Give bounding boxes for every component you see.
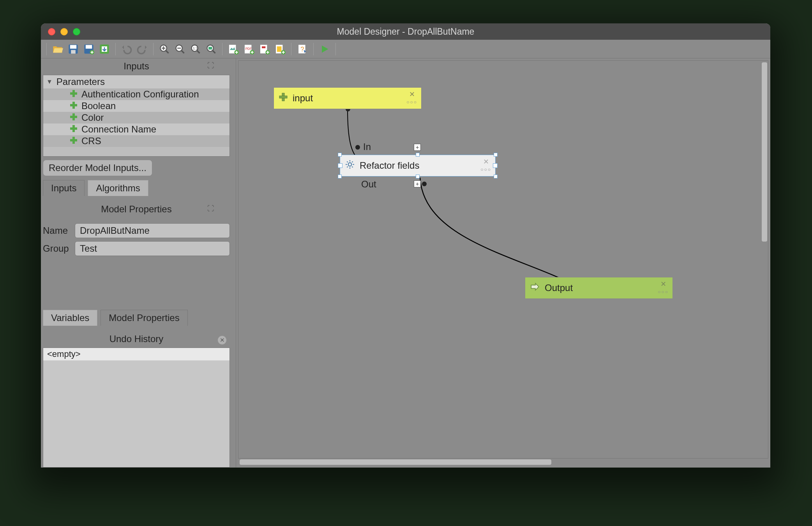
tab-variables[interactable]: Variables bbox=[43, 310, 97, 326]
save-as-button[interactable] bbox=[82, 42, 96, 56]
run-button[interactable] bbox=[318, 42, 332, 56]
svg-text:1:1: 1:1 bbox=[193, 46, 198, 50]
svg-line-42 bbox=[352, 166, 353, 167]
svg-point-36 bbox=[348, 163, 352, 166]
svg-rect-1 bbox=[70, 45, 76, 48]
input-type-item[interactable]: CRS bbox=[43, 135, 229, 147]
svg-rect-2 bbox=[71, 50, 76, 53]
node-menu-icon[interactable]: ○○○ bbox=[406, 99, 417, 105]
node-actions: ✕ ○○○ bbox=[406, 90, 417, 105]
zoom-window-button[interactable] bbox=[73, 28, 80, 35]
toolbar-separator bbox=[153, 43, 154, 55]
node-output[interactable]: Output ✕ ○○○ bbox=[525, 277, 673, 299]
tab-model-properties[interactable]: Model Properties bbox=[101, 310, 187, 326]
selection-handle[interactable] bbox=[494, 153, 498, 157]
delete-node-icon[interactable]: ✕ bbox=[660, 280, 666, 288]
input-type-label: Boolean bbox=[81, 101, 116, 111]
model-designer-window: Model Designer - DropAllButName 1:1 PDF … bbox=[41, 23, 770, 468]
undo-button[interactable] bbox=[120, 42, 134, 56]
export-pdf-button[interactable]: PDF bbox=[242, 42, 256, 56]
model-name-input[interactable] bbox=[75, 223, 230, 238]
detach-panel-icon[interactable]: ⛶ bbox=[207, 62, 214, 70]
export-image-button[interactable] bbox=[226, 42, 240, 56]
canvas-area: input ✕ ○○○ In + Refac bbox=[236, 58, 770, 468]
svg-rect-12 bbox=[208, 47, 212, 49]
canvas-vertical-scrollbar[interactable] bbox=[761, 61, 768, 458]
model-group-input[interactable] bbox=[75, 241, 230, 256]
model-canvas[interactable]: input ✕ ○○○ In + Refac bbox=[238, 60, 768, 459]
input-type-item[interactable]: Boolean bbox=[43, 100, 229, 112]
undo-history-entry[interactable]: <empty> bbox=[43, 348, 229, 360]
titlebar: Model Designer - DropAllButName bbox=[41, 23, 770, 40]
toolbar: 1:1 PDF ? bbox=[41, 40, 770, 58]
zoom-in-button[interactable] bbox=[157, 42, 171, 56]
save-button[interactable] bbox=[66, 42, 80, 56]
selection-handle[interactable] bbox=[338, 153, 342, 157]
undo-history-list[interactable]: <empty> bbox=[43, 348, 230, 468]
caret-down-icon: ▼ bbox=[46, 78, 53, 85]
node-input[interactable]: input ✕ ○○○ bbox=[274, 87, 422, 109]
input-type-item[interactable]: Authentication Configuration bbox=[43, 88, 229, 100]
export-python-button[interactable] bbox=[273, 42, 287, 56]
node-menu-icon[interactable]: ○○○ bbox=[658, 289, 669, 295]
input-type-label: CRS bbox=[81, 136, 101, 147]
model-properties-title-text: Model Properties bbox=[101, 204, 171, 214]
plus-icon bbox=[70, 124, 78, 135]
close-panel-icon[interactable]: ✕ bbox=[218, 334, 226, 344]
inputs-title-text: Inputs bbox=[124, 61, 149, 71]
svg-rect-31 bbox=[70, 127, 77, 130]
node-menu-icon[interactable]: ○○○ bbox=[480, 167, 491, 172]
minimize-window-button[interactable] bbox=[60, 28, 68, 35]
node-actions: ✕ ○○○ bbox=[480, 157, 491, 172]
delete-node-icon[interactable]: ✕ bbox=[409, 90, 415, 99]
svg-line-41 bbox=[347, 161, 348, 162]
parameters-root[interactable]: ▼ Parameters bbox=[43, 75, 229, 88]
window-controls bbox=[48, 28, 80, 35]
scrollbar-thumb[interactable] bbox=[762, 62, 767, 242]
svg-line-44 bbox=[347, 166, 348, 167]
port-dot-in bbox=[355, 145, 360, 150]
delete-node-icon[interactable]: ✕ bbox=[483, 157, 489, 166]
zoom-out-button[interactable] bbox=[173, 42, 187, 56]
selection-handle[interactable] bbox=[494, 175, 498, 178]
detach-panel-icon[interactable]: ⛶ bbox=[207, 205, 214, 213]
svg-rect-29 bbox=[70, 116, 77, 118]
toolbar-separator bbox=[115, 43, 116, 55]
toolbar-separator bbox=[46, 43, 47, 55]
connector-algo-to-output bbox=[420, 178, 584, 291]
selection-handle[interactable] bbox=[416, 153, 420, 157]
toolbar-separator bbox=[313, 43, 314, 55]
inputs-tree[interactable]: ▼ Parameters Authentication Configuratio… bbox=[43, 75, 230, 157]
close-window-button[interactable] bbox=[48, 28, 55, 35]
redo-button[interactable] bbox=[135, 42, 149, 56]
selection-handle[interactable] bbox=[338, 175, 342, 178]
input-type-item[interactable]: Connection Name bbox=[43, 124, 229, 135]
node-refactor-fields[interactable]: Refactor fields ✕ ○○○ bbox=[340, 155, 496, 177]
plus-icon bbox=[279, 92, 288, 104]
port-expand-out[interactable]: + bbox=[414, 180, 421, 187]
canvas-horizontal-scrollbar[interactable] bbox=[238, 459, 768, 466]
svg-rect-35 bbox=[279, 96, 287, 98]
help-button[interactable]: ? bbox=[295, 42, 309, 56]
open-button[interactable] bbox=[51, 42, 65, 56]
reorder-inputs-button[interactable]: Reorder Model Inputs... bbox=[43, 160, 152, 176]
node-algo-label: Refactor fields bbox=[360, 160, 419, 171]
zoom-full-button[interactable] bbox=[204, 42, 218, 56]
gear-icon bbox=[345, 159, 355, 172]
zoom-actual-button[interactable]: 1:1 bbox=[189, 42, 203, 56]
svg-rect-4 bbox=[86, 45, 92, 48]
tab-algorithms[interactable]: Algorithms bbox=[88, 180, 148, 196]
svg-line-43 bbox=[352, 161, 353, 162]
export-svg-button[interactable] bbox=[258, 42, 272, 56]
main-body: Inputs ⛶ ▼ Parameters Authentication Con… bbox=[41, 58, 770, 468]
port-expand-in[interactable]: + bbox=[414, 144, 421, 151]
tab-inputs[interactable]: Inputs bbox=[43, 180, 85, 196]
input-type-item[interactable]: Color bbox=[43, 112, 229, 124]
toolbar-separator bbox=[335, 43, 336, 55]
svg-rect-33 bbox=[70, 139, 77, 141]
selection-handle[interactable] bbox=[416, 175, 420, 178]
port-label-in: In bbox=[363, 141, 371, 152]
scrollbar-thumb[interactable] bbox=[240, 459, 551, 465]
save-in-project-button[interactable] bbox=[97, 42, 111, 56]
model-properties-title: Model Properties ⛶ bbox=[41, 201, 232, 218]
